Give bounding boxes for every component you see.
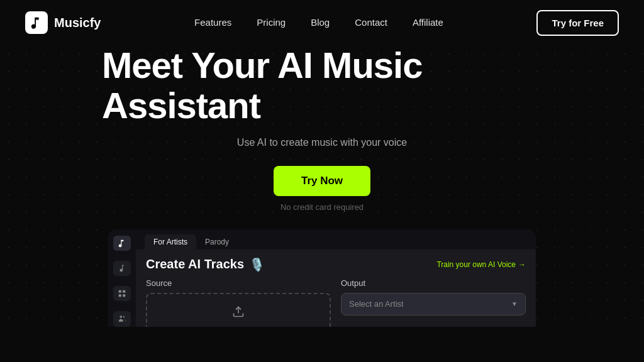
- tab-for-artists[interactable]: For Artists: [145, 234, 196, 250]
- svg-rect-1: [123, 290, 125, 293]
- logo-icon: [25, 11, 48, 34]
- output-label: Output: [341, 278, 526, 288]
- svg-rect-0: [119, 290, 121, 293]
- hero-subtitle: Use AI to create music with your voice: [237, 137, 407, 148]
- source-label: Source: [146, 278, 331, 288]
- sidebar-icon-users[interactable]: [113, 311, 131, 326]
- sidebar-icon-music[interactable]: [113, 236, 131, 251]
- nav-link-contact[interactable]: Contact: [355, 17, 387, 28]
- tab-parody[interactable]: Parody: [196, 234, 238, 250]
- preview-content: Create AI Tracks 🎙️ Train your own AI Vo…: [136, 250, 536, 327]
- nav-item-contact[interactable]: Contact: [355, 17, 387, 28]
- nav-item-pricing[interactable]: Pricing: [257, 17, 286, 28]
- artist-select[interactable]: Select an Artist ▼: [341, 293, 526, 315]
- try-free-button[interactable]: Try for Free: [536, 10, 619, 36]
- logo-text: Musicfy: [54, 16, 101, 30]
- preview-main: For Artists Parody Create AI Tracks 🎙️ T…: [136, 229, 536, 327]
- navbar: Musicfy Features Pricing Blog Contact Af…: [0, 0, 644, 45]
- logo[interactable]: Musicfy: [25, 11, 101, 34]
- hero-content: Meet Your AI Music Assistant Use AI to c…: [0, 45, 644, 327]
- nav-item-affiliate[interactable]: Affiliate: [413, 17, 443, 28]
- create-ai-tracks-title: Create AI Tracks 🎙️: [146, 257, 265, 272]
- svg-point-4: [120, 316, 123, 319]
- artist-select-placeholder: Select an Artist: [349, 299, 404, 309]
- nav-item-features[interactable]: Features: [194, 17, 231, 28]
- app-preview-wrapper: For Artists Parody Create AI Tracks 🎙️ T…: [108, 229, 536, 327]
- train-link-label: Train your own AI Voice: [436, 260, 516, 269]
- train-link[interactable]: Train your own AI Voice →: [436, 260, 526, 269]
- nav-link-affiliate[interactable]: Affiliate: [413, 17, 443, 28]
- source-output-row: Source: [146, 278, 526, 327]
- arrow-right-icon: →: [518, 260, 526, 269]
- source-section: Source: [146, 278, 331, 327]
- output-section: Output Select an Artist ▼: [341, 278, 526, 327]
- nav-link-pricing[interactable]: Pricing: [257, 17, 286, 28]
- microphone-icon: 🎙️: [249, 257, 265, 272]
- try-now-button[interactable]: Try Now: [274, 166, 370, 196]
- chevron-down-icon: ▼: [511, 300, 518, 307]
- nav-link-blog[interactable]: Blog: [311, 17, 330, 28]
- nav-link-features[interactable]: Features: [194, 17, 231, 28]
- app-preview: For Artists Parody Create AI Tracks 🎙️ T…: [108, 229, 536, 327]
- svg-rect-3: [123, 294, 125, 297]
- hero-section: Meet Your AI Music Assistant Use AI to c…: [0, 45, 644, 327]
- sidebar-icon-note[interactable]: [113, 261, 131, 276]
- sidebar-icon-grid[interactable]: [113, 286, 131, 301]
- svg-point-5: [123, 316, 125, 317]
- create-ai-tracks-label: Create AI Tracks: [146, 257, 244, 272]
- hero-title: Meet Your AI Music Assistant: [102, 45, 542, 126]
- nav-item-blog[interactable]: Blog: [311, 17, 330, 28]
- svg-rect-2: [119, 294, 121, 297]
- nav-links: Features Pricing Blog Contact Affiliate: [194, 17, 443, 28]
- preview-tabs: For Artists Parody: [136, 229, 536, 250]
- preview-sidebar: [108, 229, 136, 327]
- source-upload-box[interactable]: [146, 293, 331, 327]
- no-credit-text: No credit card required: [280, 202, 364, 212]
